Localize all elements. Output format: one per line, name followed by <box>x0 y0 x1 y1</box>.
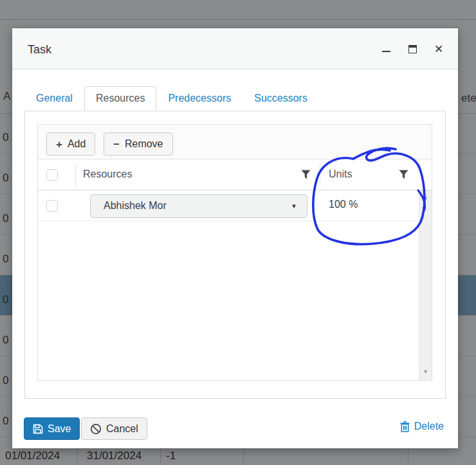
maximize-button[interactable] <box>407 42 417 55</box>
select-all-checkbox[interactable] <box>46 169 58 181</box>
resource-dropdown[interactable]: Abhishek Mor ▼ <box>90 194 307 218</box>
chevron-down-icon: ▼ <box>291 203 297 210</box>
save-icon <box>33 424 43 434</box>
maximize-icon <box>408 45 417 53</box>
screen: A ete 0 0 0 0 0 0 0 0 01/01/2024 31/01/2… <box>0 0 476 465</box>
resources-column-header: Resources <box>83 169 132 180</box>
row-checkbox[interactable] <box>46 200 58 212</box>
grid-header-row: Resources Units <box>38 160 432 190</box>
remove-button[interactable]: − Remove <box>104 132 173 156</box>
dialog-header: Task ✕ <box>12 28 458 69</box>
tab-successors[interactable]: Successors <box>243 86 319 111</box>
remove-button-label: Remove <box>125 138 163 150</box>
units-value: 100 % <box>329 199 358 210</box>
add-button-label: Add <box>68 138 86 150</box>
minimize-button[interactable] <box>381 42 391 55</box>
trash-icon <box>400 421 410 432</box>
units-column-header: Units <box>329 169 352 180</box>
plus-icon: + <box>56 139 62 150</box>
filter-icon[interactable] <box>301 170 311 179</box>
delete-button-label: Delete <box>414 421 444 432</box>
tab-resources[interactable]: Resources <box>84 86 156 111</box>
delete-button[interactable]: Delete <box>400 421 444 432</box>
resources-grid: + Add − Remove Resources <box>37 124 432 381</box>
save-button[interactable]: Save <box>24 417 80 440</box>
close-icon: ✕ <box>434 44 443 55</box>
tab-predecessors[interactable]: Predecessors <box>156 86 243 111</box>
minimize-icon <box>382 51 390 53</box>
save-button-label: Save <box>48 423 71 435</box>
tab-general[interactable]: General <box>24 86 84 111</box>
vertical-scrollbar[interactable]: ▲ ▼ <box>419 190 432 380</box>
grid-toolbar: + Add − Remove <box>38 125 432 160</box>
resource-row: Abhishek Mor ▼ 100 % <box>38 190 419 221</box>
header-divider <box>75 163 76 187</box>
window-controls: ✕ <box>381 28 444 69</box>
scroll-down-icon[interactable]: ▼ <box>419 369 432 375</box>
resource-dropdown-value: Abhishek Mor <box>104 200 167 212</box>
close-button[interactable]: ✕ <box>434 42 444 55</box>
task-dialog: Task ✕ General Resources Predecessors Su… <box>12 28 458 448</box>
header-divider <box>320 163 320 187</box>
cancel-button[interactable]: Cancel <box>81 417 147 440</box>
end-date-cell: 31/01/2024 <box>87 450 142 462</box>
background-col-header-right: ete <box>461 92 476 105</box>
background-col-header-left: A <box>3 90 10 103</box>
scroll-up-icon[interactable]: ▲ <box>419 194 432 201</box>
duration-cell: -1 <box>166 450 176 462</box>
tab-bar: General Resources Predecessors Successor… <box>24 86 319 111</box>
filter-icon[interactable] <box>399 170 408 179</box>
resources-tab-panel: + Add − Remove Resources <box>24 111 446 399</box>
minus-icon: − <box>113 139 120 150</box>
cancel-button-label: Cancel <box>106 423 138 435</box>
add-button[interactable]: + Add <box>46 132 95 156</box>
dialog-title: Task <box>28 43 51 57</box>
background-divider <box>0 19 476 20</box>
cancel-icon <box>90 423 102 435</box>
start-date-cell: 01/01/2024 <box>5 450 60 462</box>
